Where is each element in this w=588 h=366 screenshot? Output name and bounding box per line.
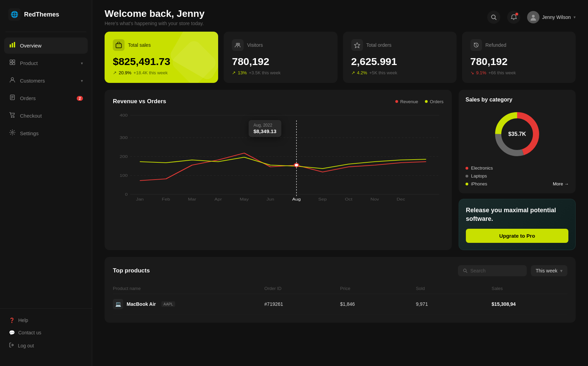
chevron-down-icon: ▾ <box>81 78 83 83</box>
logo-text: RedThemes <box>24 11 59 18</box>
notification-dot <box>515 13 518 15</box>
stat-total-orders: Total orders 2,625.991 ↗ 4.2% +5K this w… <box>343 32 457 83</box>
sidebar-item-settings[interactable]: Settings <box>4 125 88 141</box>
svg-point-20 <box>238 43 240 45</box>
user-chevron-icon: ▾ <box>574 15 576 20</box>
stat-refunded-label: Refunded <box>485 42 506 48</box>
sidebar-item-overview[interactable]: Overview <box>4 37 88 54</box>
help-link[interactable]: ❓ Help <box>4 314 88 326</box>
content-area: Total sales $825,491.73 ↗ 20.9% +18.4K t… <box>92 32 588 366</box>
donut-title: Sales by category <box>466 97 569 103</box>
sidebar-item-orders[interactable]: Orders 2 <box>4 90 88 106</box>
orders-icon <box>9 94 16 102</box>
donut-legend-left: Electronics <box>466 165 493 171</box>
svg-text:200: 200 <box>120 154 128 159</box>
sidebar-item-orders-label: Orders <box>20 95 36 101</box>
product-tag: AAPL <box>161 301 175 307</box>
stat-orders-label: Total orders <box>366 42 392 48</box>
contact-icon: 💬 <box>9 330 15 335</box>
svg-text:Nov: Nov <box>371 197 379 201</box>
user-profile[interactable]: Jenny Wilson ▾ <box>527 11 576 23</box>
chart-section-row: Revenue vs Orders Revenue Orders <box>105 90 576 250</box>
more-link[interactable]: More → <box>553 181 569 186</box>
products-search[interactable]: Search <box>458 265 527 276</box>
bar-chart-icon <box>9 42 16 50</box>
svg-text:0: 0 <box>125 192 128 196</box>
page-title: Welcome back, Jenny <box>105 8 205 19</box>
svg-text:Apr: Apr <box>214 197 222 201</box>
logo-icon: 🌐 <box>8 8 21 21</box>
col-sales: Sales <box>492 286 567 291</box>
svg-rect-3 <box>10 60 12 62</box>
stat-pct-up: ↗ <box>351 70 355 75</box>
laptops-label: Laptops <box>471 173 487 179</box>
sidebar-nav: Overview Product ▾ Cus <box>0 37 92 173</box>
search-icon <box>463 268 468 273</box>
price: $1,846 <box>340 301 416 307</box>
contact-link[interactable]: 💬 Contact us <box>4 326 88 339</box>
table-row: 💻 MacBook Air AAPL #719261 $1,846 9,971 … <box>113 294 567 314</box>
logout-link[interactable]: Log out <box>4 339 88 352</box>
sidebar-item-product[interactable]: Product ▾ <box>4 55 88 71</box>
logout-label: Log out <box>18 343 34 348</box>
table-header: Product name Order ID Price Sold Sales <box>113 283 567 294</box>
svg-text:100: 100 <box>120 173 128 177</box>
svg-text:Jan: Jan <box>136 197 143 201</box>
stat-total-sales: Total sales $825,491.73 ↗ 20.9% +18.4K t… <box>105 32 218 83</box>
chart-header: Revenue vs Orders Revenue Orders <box>113 98 443 105</box>
legend-revenue-label: Revenue <box>400 99 418 104</box>
stat-visitors: Visitors 780,192 ↗ 13% +3.5K this week <box>224 32 337 83</box>
logout-icon <box>9 342 14 349</box>
svg-text:400: 400 <box>120 113 128 117</box>
svg-rect-6 <box>13 63 15 65</box>
product-icon <box>9 59 16 67</box>
col-price: Price <box>340 286 416 291</box>
donut-legend-iphones: iPhones <box>466 181 487 186</box>
svg-text:Jun: Jun <box>267 197 274 201</box>
stat-total-sales-label: Total sales <box>128 42 151 48</box>
electronics-label: Electronics <box>471 165 493 171</box>
week-selector[interactable]: This week ▾ <box>531 265 567 276</box>
stat-pct-up: ↗ <box>113 70 117 75</box>
week-chevron-icon: ▾ <box>560 268 563 273</box>
svg-point-17 <box>532 15 535 18</box>
donut-legend-laptops: Laptops <box>466 173 569 179</box>
stat-visitors-label: Visitors <box>247 42 263 48</box>
stat-header: Total orders <box>351 39 448 51</box>
svg-rect-4 <box>13 60 15 62</box>
search-button[interactable] <box>487 11 500 24</box>
stat-week: +3.5K this week <box>249 70 280 75</box>
chart-svg: 400 300 200 100 0 Jan Feb Mar Apr May Ju… <box>113 112 443 201</box>
chart-legend: Revenue Orders <box>395 99 443 104</box>
stat-pct: 20.9% <box>119 70 131 75</box>
sidebar-item-customers[interactable]: Customers ▾ <box>4 73 88 89</box>
donut-legend: Electronics Laptops <box>466 165 569 186</box>
header-controls: Jenny Wilson ▾ <box>487 11 576 24</box>
sidebar-logo: 🌐 RedThemes <box>0 8 92 32</box>
svg-line-49 <box>466 272 467 273</box>
svg-point-15 <box>491 15 495 19</box>
products-title: Top products <box>113 267 150 274</box>
sales: $15,308,94 <box>492 301 567 307</box>
stat-orders-value: 2,625.991 <box>351 56 448 67</box>
sidebar-bottom: ❓ Help 💬 Contact us Log out <box>0 308 92 358</box>
col-order-id: Order ID <box>264 286 340 291</box>
help-icon: ❓ <box>9 317 15 323</box>
header-title-group: Welcome back, Jenny Here's what's happen… <box>105 8 205 26</box>
right-panel: Sales by category <box>459 90 576 250</box>
notifications-button[interactable] <box>507 11 520 24</box>
chart-wrap: 400 300 200 100 0 Jan Feb Mar Apr May Ju… <box>113 112 443 201</box>
stat-pct: 13% <box>238 70 247 75</box>
donut-wrap: $35.7K Electronics <box>466 108 569 186</box>
svg-line-16 <box>495 19 496 20</box>
stat-refunded: Refunded 780,192 ↘ 9.1% +66 this week <box>462 32 576 83</box>
week-label: This week <box>536 268 557 273</box>
orders-stat-icon <box>351 39 363 51</box>
upgrade-button[interactable]: Upgrate to Pro <box>466 229 568 243</box>
donut-legend-left: Laptops <box>466 173 487 179</box>
revenue-chart-card: Revenue vs Orders Revenue Orders <box>105 90 452 250</box>
stat-pct: 9.1% <box>476 70 487 75</box>
donut-center-value: $35.7K <box>508 131 526 137</box>
svg-text:Oct: Oct <box>345 197 353 201</box>
sidebar-item-checkout[interactable]: Checkout <box>4 108 88 124</box>
